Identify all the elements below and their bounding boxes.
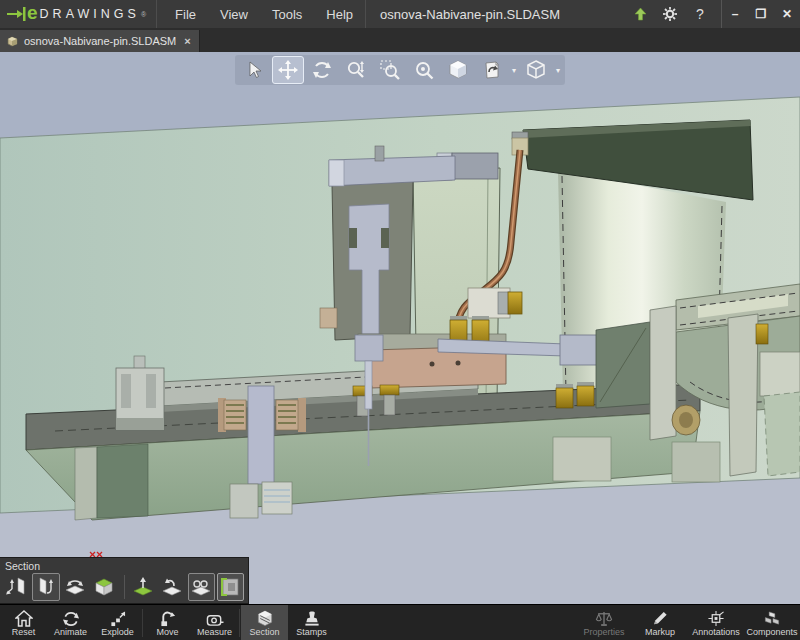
zoom-to-fit-tool-button[interactable] [408, 56, 440, 84]
reset-label: Reset [12, 628, 36, 637]
zoom-area-tool-button[interactable] [374, 56, 406, 84]
menu-view[interactable]: View [208, 0, 260, 28]
section-plane-xy-button[interactable] [3, 573, 30, 601]
section-panel-tools [0, 572, 248, 601]
section-plane-zy-icon [35, 577, 57, 597]
reset-button[interactable]: Reset [0, 605, 47, 640]
animate-label: Animate [54, 628, 87, 637]
flip-section-direction-button[interactable] [62, 573, 89, 601]
bottom-toolbar-right-group: Properties Markup [576, 605, 800, 640]
components-button[interactable]: Components [744, 605, 800, 640]
cad-model-scene [0, 52, 800, 604]
view-toolbar: ▾ ▾ [235, 55, 565, 85]
shaded-cube-icon [448, 60, 468, 80]
offset-plane-icon [132, 577, 154, 597]
measure-button[interactable]: Measure [191, 605, 238, 640]
settings-button[interactable] [655, 0, 685, 28]
capture-section-button[interactable] [217, 573, 244, 601]
rotate-arrows-icon [312, 60, 332, 80]
zoom-tool-button[interactable] [340, 56, 372, 84]
section-button[interactable]: Section [241, 605, 288, 640]
components-blocks-icon [763, 610, 781, 627]
stamp-icon [303, 610, 321, 627]
3d-viewport[interactable]: ▾ ▾ Section [0, 52, 800, 604]
stamps-button[interactable]: Stamps [288, 605, 335, 640]
edrawings-arrow-icon [6, 6, 26, 22]
zoom-in-out-icon [346, 60, 366, 80]
pan-tool-button[interactable] [272, 56, 304, 84]
minimize-button[interactable]: – [722, 0, 748, 28]
display-style-button[interactable] [520, 56, 552, 84]
menu-bar: File View Tools Help [156, 0, 365, 28]
markup-button[interactable]: Markup [632, 605, 688, 640]
rotate-tool-button[interactable] [306, 56, 338, 84]
tab-close-icon[interactable]: × [184, 35, 190, 47]
stamps-label: Stamps [296, 628, 327, 637]
section-cap-icon [93, 577, 115, 597]
restore-button[interactable]: ❐ [748, 0, 774, 28]
offset-section-plane-button[interactable] [129, 573, 156, 601]
section-plane-xy-icon [6, 577, 28, 597]
close-button[interactable]: ✕ [774, 0, 800, 28]
view-orientation-icon [482, 60, 502, 80]
display-style-caret-icon[interactable]: ▾ [556, 66, 560, 75]
document-title: osnova-Nabivane-pin.SLDASM [365, 0, 574, 28]
show-section-graphics-button[interactable] [188, 573, 215, 601]
wireframe-cube-icon [526, 60, 546, 80]
explode-button[interactable]: Explode [94, 605, 141, 640]
edrawings-logo: e DRAWINGS ® [0, 0, 156, 28]
section-panel-divider [124, 575, 125, 599]
select-tool-button[interactable] [238, 56, 270, 84]
explode-icon [109, 610, 127, 627]
assembly-file-icon [6, 35, 19, 47]
logo-wordmark: DRAWINGS [40, 7, 140, 21]
title-bar: e DRAWINGS ® File View Tools Help osnova… [0, 0, 800, 28]
view-orientation-button[interactable] [476, 56, 508, 84]
rotate-section-plane-button[interactable] [158, 573, 185, 601]
home-icon [15, 610, 33, 627]
properties-label: Properties [583, 628, 624, 637]
capture-section-icon [219, 577, 241, 597]
edrawings-window: e DRAWINGS ® File View Tools Help osnova… [0, 0, 800, 640]
menu-tools[interactable]: Tools [260, 0, 314, 28]
gear-icon [663, 7, 677, 21]
zoom-area-icon [380, 60, 400, 80]
pan-arrows-icon [278, 60, 298, 80]
properties-button: Properties [576, 605, 632, 640]
measure-tape-icon [206, 610, 224, 627]
bottom-toolbar-divider [239, 609, 240, 637]
animate-button[interactable]: Animate [47, 605, 94, 640]
section-label: Section [249, 628, 279, 637]
window-controls: – ❐ ✕ [721, 0, 800, 28]
show-section-cap-button[interactable] [91, 573, 118, 601]
menu-file[interactable]: File [163, 0, 208, 28]
section-tool-icon [256, 610, 274, 627]
tab-label: osnova-Nabivane-pin.SLDASM [24, 35, 176, 47]
bottom-toolbar: Reset Animate Explode [0, 604, 800, 640]
explode-label: Explode [101, 628, 134, 637]
rotate-plane-icon [161, 577, 183, 597]
move-label: Move [156, 628, 178, 637]
annotations-icon [707, 610, 725, 627]
help-button[interactable]: ? [685, 0, 715, 28]
logo-registered-mark: ® [141, 11, 146, 18]
components-label: Components [746, 628, 797, 637]
publish-button[interactable] [625, 0, 655, 28]
annotations-button[interactable]: Annotations [688, 605, 744, 640]
shaded-view-button[interactable] [442, 56, 474, 84]
move-component-icon [159, 610, 177, 627]
cursor-arrow-icon [245, 61, 263, 79]
document-tab[interactable]: osnova-Nabivane-pin.SLDASM × [0, 30, 200, 52]
move-button[interactable]: Move [144, 605, 191, 640]
menu-help[interactable]: Help [314, 0, 365, 28]
markup-pencil-icon [651, 610, 669, 627]
flip-section-icon [64, 577, 86, 597]
section-graphics-icon [190, 577, 212, 597]
section-plane-zy-button[interactable] [32, 573, 59, 601]
tab-bar: osnova-Nabivane-pin.SLDASM × [0, 28, 800, 52]
section-panel-title: Section [0, 558, 248, 572]
bottom-toolbar-divider [142, 609, 143, 637]
titlebar-icons: ? – ❐ ✕ [625, 0, 800, 28]
measure-label: Measure [197, 628, 232, 637]
view-orientation-caret-icon[interactable]: ▾ [512, 66, 516, 75]
